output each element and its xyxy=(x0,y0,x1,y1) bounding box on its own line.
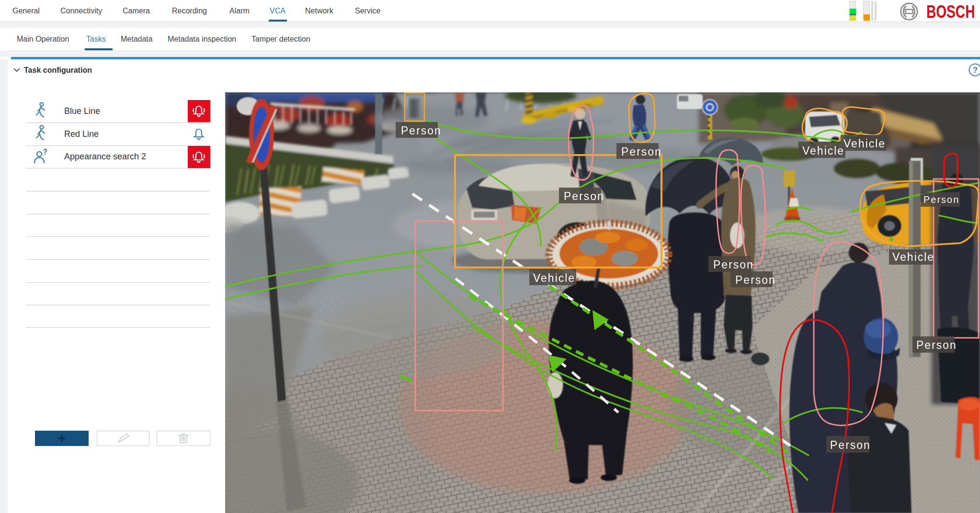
svg-text:Person: Person xyxy=(564,190,604,202)
svg-text:Person: Person xyxy=(916,339,957,351)
svg-text:Vehicle: Vehicle xyxy=(533,272,575,284)
svg-text:Person: Person xyxy=(621,145,662,158)
svg-text:Person: Person xyxy=(401,124,442,137)
svg-text:Person: Person xyxy=(713,258,754,271)
svg-text:Person: Person xyxy=(830,439,871,451)
svg-text:?: ? xyxy=(973,66,978,75)
svg-text:Vehicle: Vehicle xyxy=(892,251,934,263)
svg-text:Vehicle: Vehicle xyxy=(802,145,844,157)
svg-text:Vehicle: Vehicle xyxy=(843,137,886,150)
svg-text:Person: Person xyxy=(735,274,776,286)
svg-text:Person: Person xyxy=(923,194,959,205)
